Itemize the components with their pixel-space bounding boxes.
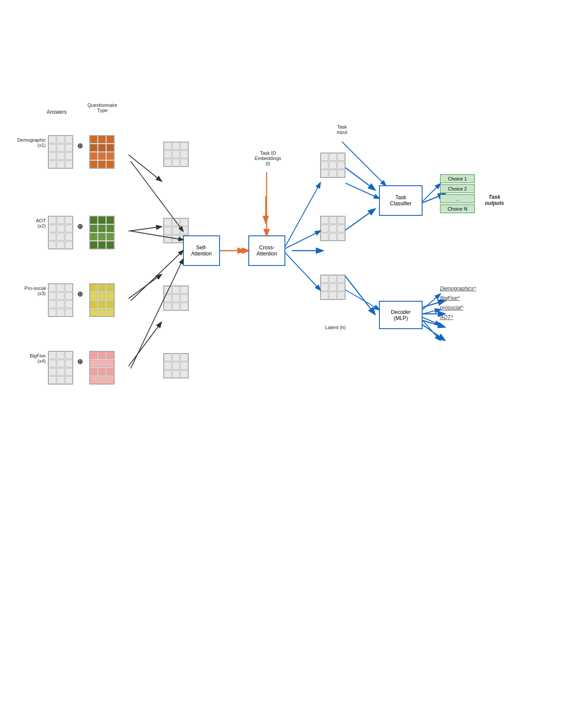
- svg-line-27: [423, 184, 440, 201]
- sa-matrix-3: [163, 286, 189, 311]
- bigfive-plus: ⊕: [77, 357, 83, 366]
- demographic-answers-matrix: [48, 135, 73, 169]
- svg-line-28: [423, 294, 440, 310]
- cross-attention-box: Cross- Attention: [248, 235, 285, 266]
- svg-line-23: [285, 253, 320, 290]
- svg-line-1: [129, 227, 161, 231]
- choice-2: Choice 2: [440, 184, 475, 193]
- bigfive-label: BigFive(x4): [15, 353, 46, 364]
- self-attention-box: Self- Attention: [183, 235, 220, 266]
- aot-plus: ⊕: [77, 222, 83, 231]
- prosocial-plus: ⊕: [77, 290, 83, 298]
- answers-label: Answers: [39, 109, 74, 115]
- svg-line-21: [285, 183, 320, 246]
- sa-matrix-1: [163, 142, 189, 167]
- task-classifier-box: TaskClassifier: [379, 185, 423, 216]
- svg-line-22: [285, 231, 320, 248]
- task-input-label: Taskinput: [327, 124, 357, 135]
- svg-line-14: [423, 325, 444, 340]
- bigfive-answers-matrix: [48, 351, 73, 384]
- choice-1: Choice 1: [440, 174, 475, 183]
- latent-matrix-upper-mid: [320, 216, 345, 241]
- task-outputs-label: Taskoutputs: [479, 194, 510, 206]
- questionnaire-type-label: QuestionnaireType: [83, 102, 122, 113]
- bigfive-type-matrix: [89, 351, 115, 384]
- svg-line-0: [129, 155, 161, 181]
- aot-answers-matrix: [48, 216, 73, 249]
- svg-line-18: [131, 259, 183, 368]
- choice-n: Choice N: [440, 204, 475, 213]
- aot-output: AOT^: [440, 314, 476, 320]
- sa-matrix-4: [163, 353, 189, 378]
- svg-line-25: [345, 183, 379, 198]
- demographic-label: Demographic(x1): [13, 137, 46, 148]
- prosocial-label: Pro-social(x3): [13, 286, 46, 296]
- svg-line-24: [342, 142, 386, 185]
- prosocial-answers-matrix: [48, 283, 73, 317]
- svg-line-30: [423, 317, 440, 325]
- svg-line-3: [129, 323, 161, 366]
- choices-container: Choice 1 Choice 2 ... Choice N: [440, 174, 475, 214]
- svg-line-13: [423, 320, 444, 327]
- prosocial-output: prosocial^: [440, 305, 476, 311]
- latent-matrix-top: [320, 153, 345, 178]
- svg-line-29: [423, 310, 440, 314]
- svg-line-10: [344, 275, 375, 314]
- outputs-container: Demographics^ BigFive^ prosocial^ AOT^: [440, 286, 476, 320]
- prosocial-type-matrix: [89, 283, 115, 317]
- svg-line-8: [344, 209, 375, 231]
- choice-dots: ...: [440, 194, 475, 203]
- svg-line-2: [129, 275, 161, 299]
- aot-type-matrix: [89, 216, 115, 249]
- task-id-label: Task IDEmbeddings(t): [248, 150, 288, 166]
- decoder-box: Decoder (MLP): [379, 301, 423, 329]
- demographics-output: Demographics^: [440, 286, 476, 292]
- svg-line-26: [345, 290, 379, 310]
- demographic-type-matrix: [89, 135, 115, 169]
- latent-matrix-lower-mid: [320, 275, 345, 300]
- aot-label: AOT(x2): [17, 218, 46, 228]
- bigfive-output: BigFive^: [440, 295, 476, 301]
- svg-line-31: [423, 320, 440, 340]
- latent-label: Latent (h): [314, 325, 357, 330]
- demographic-plus: ⊕: [77, 142, 83, 150]
